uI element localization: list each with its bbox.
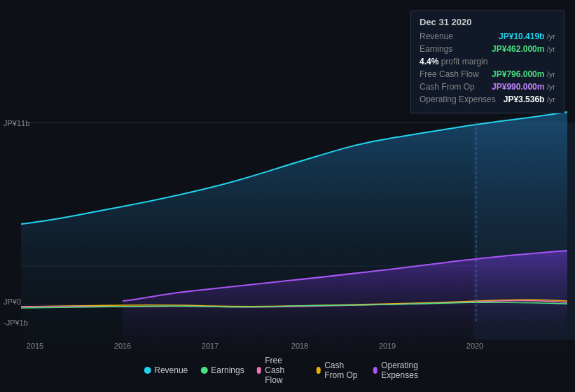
y-label-mid: JP¥0 xyxy=(4,298,21,306)
y-label-top: JP¥11b xyxy=(4,119,29,127)
tooltip-row-earnings: Earnings JP¥462.000m /yr xyxy=(420,44,555,54)
tooltip-label-revenue: Revenue xyxy=(420,31,453,41)
legend-item-fcf[interactable]: Free Cash Flow xyxy=(257,356,304,385)
legend-item-revenue[interactable]: Revenue xyxy=(144,365,188,375)
tooltip-row-fcf: Free Cash Flow JP¥796.000m /yr xyxy=(420,69,555,79)
legend-label-cashfromop: Cash From Op xyxy=(324,360,360,380)
x-label-2018: 2018 xyxy=(291,342,308,350)
legend-dot-opex xyxy=(373,367,378,374)
legend-label-earnings: Earnings xyxy=(211,365,244,375)
tooltip-profit-margin: 4.4% profit margin xyxy=(420,57,555,66)
tooltip-box: Dec 31 2020 Revenue JP¥10.419b /yr Earni… xyxy=(410,10,564,113)
x-label-2020: 2020 xyxy=(466,342,483,350)
legend-label-fcf: Free Cash Flow xyxy=(265,356,303,385)
x-label-2015: 2015 xyxy=(27,342,43,350)
tooltip-value-earnings: JP¥462.000m /yr xyxy=(492,44,555,54)
tooltip-value-revenue: JP¥10.419b /yr xyxy=(499,31,555,41)
legend-item-cashfromop[interactable]: Cash From Op xyxy=(317,360,361,380)
legend-dot-revenue xyxy=(144,367,151,374)
legend-item-opex[interactable]: Operating Expenses xyxy=(373,360,431,380)
legend-label-revenue: Revenue xyxy=(154,365,188,375)
tooltip-row-revenue: Revenue JP¥10.419b /yr xyxy=(420,31,555,41)
tooltip-label-opex: Operating Expenses xyxy=(420,94,496,104)
legend-dot-cashfromop xyxy=(317,367,321,374)
tooltip-value-cashfromop: JP¥990.000m /yr xyxy=(492,82,555,92)
tooltip-row-opex: Operating Expenses JP¥3.536b /yr xyxy=(420,94,555,104)
legend-dot-earnings xyxy=(200,367,207,374)
legend-dot-fcf xyxy=(257,367,262,374)
tooltip-label-cashfromop: Cash From Op xyxy=(420,82,475,92)
chart-container: JP¥11b JP¥0 -JP¥1b 2015 2016 2017 2018 2… xyxy=(0,0,575,392)
tooltip-label-fcf: Free Cash Flow xyxy=(420,69,479,79)
legend-item-earnings[interactable]: Earnings xyxy=(200,365,244,375)
x-label-2019: 2019 xyxy=(379,342,396,350)
tooltip-value-fcf: JP¥796.000m /yr xyxy=(492,69,555,79)
tooltip-value-opex: JP¥3.536b /yr xyxy=(504,94,555,104)
x-label-2017: 2017 xyxy=(202,342,219,350)
legend: Revenue Earnings Free Cash Flow Cash Fro… xyxy=(144,356,431,385)
legend-label-opex: Operating Expenses xyxy=(381,360,431,380)
y-label-bottom: -JP¥1b xyxy=(4,318,28,327)
x-label-2016: 2016 xyxy=(114,342,131,350)
tooltip-row-cashfromop: Cash From Op JP¥990.000m /yr xyxy=(420,82,555,92)
tooltip-title: Dec 31 2020 xyxy=(420,17,555,27)
tooltip-label-earnings: Earnings xyxy=(420,44,452,54)
